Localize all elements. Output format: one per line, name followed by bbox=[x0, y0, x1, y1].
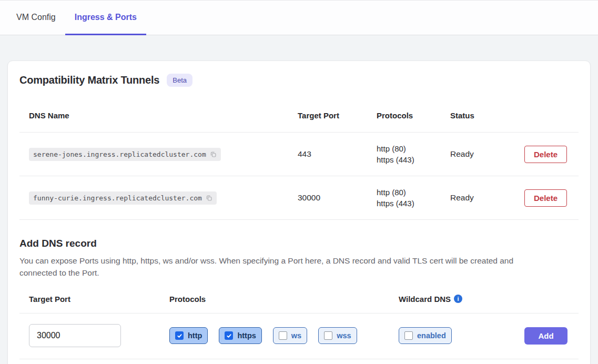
form-label-wildcard-dns: Wildcard DNSi bbox=[399, 295, 524, 304]
table-header-row: DNS Name Target Port Protocols Status bbox=[19, 98, 579, 133]
beta-badge: Beta bbox=[167, 74, 192, 87]
table-row: funny-curie.ingress.replicatedcluster.co… bbox=[19, 176, 579, 220]
wss-checkbox-label: wss bbox=[337, 331, 351, 340]
target-port-input[interactable] bbox=[29, 324, 121, 347]
unchecked-checkbox-icon bbox=[404, 331, 413, 340]
tunnels-table: DNS Name Target Port Protocols Status se… bbox=[19, 98, 579, 220]
add-button[interactable]: Add bbox=[524, 327, 567, 345]
page-content: Compatibility Matrix Tunnels Beta DNS Na… bbox=[0, 35, 598, 364]
https-checkbox[interactable]: https bbox=[219, 327, 261, 344]
target-port-value: 30000 bbox=[298, 193, 377, 203]
tab-ingress-ports[interactable]: Ingress & Ports bbox=[65, 1, 146, 35]
protocol-checkbox-group: http https ws wss bbox=[169, 327, 399, 344]
delete-button[interactable]: Delete bbox=[524, 189, 567, 207]
checked-checkbox-icon bbox=[225, 331, 233, 340]
col-header-protocols: Protocols bbox=[377, 111, 450, 120]
copy-icon[interactable] bbox=[206, 195, 212, 201]
tab-vm-config[interactable]: VM Config bbox=[7, 1, 65, 35]
checked-checkbox-icon bbox=[175, 331, 184, 340]
http-checkbox[interactable]: http bbox=[169, 327, 208, 344]
dns-name-pill: funny-curie.ingress.replicatedcluster.co… bbox=[29, 191, 217, 205]
unchecked-checkbox-icon bbox=[279, 331, 287, 340]
tab-bar: VM Config Ingress & Ports bbox=[0, 1, 598, 35]
unchecked-checkbox-icon bbox=[324, 331, 332, 340]
form-label-protocols: Protocols bbox=[169, 295, 399, 304]
status-value: Ready bbox=[450, 193, 513, 203]
info-icon[interactable]: i bbox=[454, 295, 462, 303]
page-title: Compatibility Matrix Tunnels bbox=[19, 74, 159, 86]
form-inputs-row: http https ws wss bbox=[19, 314, 579, 359]
col-header-target-port: Target Port bbox=[298, 111, 377, 120]
dns-name-pill: serene-jones.ingress.replicatedcluster.c… bbox=[29, 148, 221, 161]
protocol-line: http (80) bbox=[377, 143, 450, 154]
tunnels-card: Compatibility Matrix Tunnels Beta DNS Na… bbox=[7, 60, 591, 364]
add-dns-record-description: You can expose Ports using http, https, … bbox=[19, 255, 551, 279]
target-port-value: 443 bbox=[298, 149, 377, 159]
col-header-dns-name: DNS Name bbox=[19, 111, 298, 120]
wss-checkbox[interactable]: wss bbox=[318, 327, 357, 344]
dns-name-text: serene-jones.ingress.replicatedcluster.c… bbox=[33, 150, 206, 158]
col-header-status: Status bbox=[450, 111, 513, 120]
card-header: Compatibility Matrix Tunnels Beta bbox=[19, 74, 579, 87]
dns-name-text: funny-curie.ingress.replicatedcluster.co… bbox=[33, 194, 202, 202]
http-checkbox-label: http bbox=[188, 331, 202, 340]
ws-checkbox-label: ws bbox=[291, 331, 301, 340]
protocol-line: https (443) bbox=[377, 154, 450, 165]
protocol-line: http (80) bbox=[377, 187, 450, 198]
wildcard-enabled-label: enabled bbox=[417, 331, 446, 340]
https-checkbox-label: https bbox=[237, 331, 256, 340]
wildcard-enabled-checkbox[interactable]: enabled bbox=[399, 327, 452, 344]
add-dns-record-title: Add DNS record bbox=[19, 238, 579, 249]
status-value: Ready bbox=[450, 149, 513, 159]
table-row: serene-jones.ingress.replicatedcluster.c… bbox=[19, 133, 579, 176]
wildcard-dns-label-text: Wildcard DNS bbox=[399, 295, 451, 304]
ws-checkbox[interactable]: ws bbox=[273, 327, 307, 344]
delete-button[interactable]: Delete bbox=[524, 146, 567, 163]
protocol-line: https (443) bbox=[377, 198, 450, 209]
form-label-target-port: Target Port bbox=[19, 295, 169, 304]
copy-icon[interactable] bbox=[210, 151, 217, 158]
form-labels-row: Target Port Protocols Wildcard DNSi bbox=[19, 295, 579, 314]
